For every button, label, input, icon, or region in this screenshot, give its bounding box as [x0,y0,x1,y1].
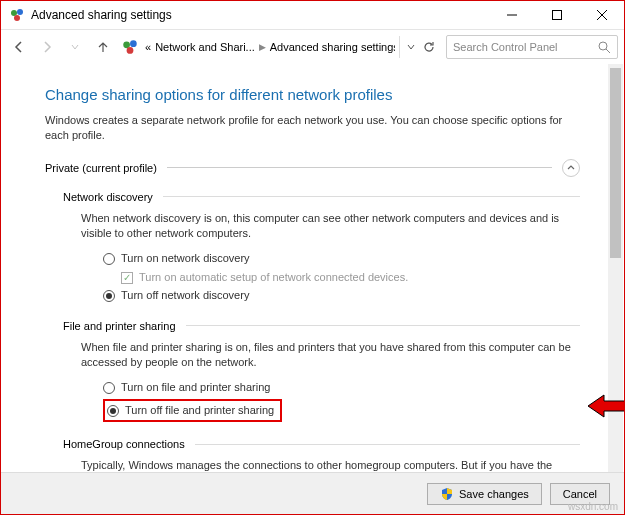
radio-icon [103,253,115,265]
radio-turn-on-network-discovery[interactable]: Turn on network discovery [103,251,580,266]
search-input[interactable]: Search Control Panel [446,35,618,59]
titlebar: Advanced sharing settings [1,1,624,30]
save-changes-button[interactable]: Save changes [427,483,542,505]
window-title: Advanced sharing settings [31,8,489,22]
cancel-button[interactable]: Cancel [550,483,610,505]
collapse-icon[interactable] [562,159,580,177]
svg-point-2 [14,15,20,21]
svg-point-10 [599,42,607,50]
close-button[interactable] [579,1,624,30]
search-placeholder: Search Control Panel [453,41,598,53]
page-heading: Change sharing options for different net… [45,86,580,103]
section-title-homegroup: HomeGroup connections [63,438,185,450]
highlight-box: Turn off file and printer sharing [103,399,282,422]
forward-button[interactable] [35,35,59,59]
recent-dropdown-icon[interactable] [63,35,87,59]
arrow-callout-icon [588,393,624,423]
shield-icon [440,487,454,501]
page-description: Windows creates a separate network profi… [45,113,580,143]
footer: Save changes Cancel [1,472,624,514]
profile-private-header[interactable]: Private (current profile) [45,159,580,177]
file-printer-description: When file and printer sharing is on, fil… [81,340,580,371]
divider [167,167,552,168]
section-file-printer-sharing: File and printer sharing When file and p… [63,320,580,423]
section-title-file-printer: File and printer sharing [63,320,176,332]
breadcrumb-advanced[interactable]: Advanced sharing settings [270,41,395,53]
app-icon [9,7,25,23]
breadcrumb[interactable]: « Network and Shari... ▶ Advanced sharin… [145,41,395,53]
section-homegroup: HomeGroup connections Typically, Windows… [63,438,580,473]
up-button[interactable] [91,35,115,59]
svg-point-1 [17,9,23,15]
profile-private-label: Private (current profile) [45,162,157,174]
svg-marker-12 [588,395,624,417]
search-icon [598,41,611,54]
svg-point-8 [130,40,137,47]
network-discovery-description: When network discovery is on, this compu… [81,211,580,242]
breadcrumb-network[interactable]: Network and Shari... [155,41,255,53]
section-network-discovery: Network discovery When network discovery… [63,191,580,304]
radio-turn-off-file-printer-sharing[interactable]: Turn off file and printer sharing [103,399,580,422]
checkbox-icon: ✓ [121,272,133,284]
scrollbar-thumb[interactable] [610,68,621,258]
svg-point-7 [123,41,130,48]
divider [163,196,580,197]
refresh-icon[interactable] [422,40,436,54]
minimize-button[interactable] [489,1,534,30]
navbar: « Network and Shari... ▶ Advanced sharin… [1,30,624,64]
radio-turn-on-file-printer-sharing[interactable]: Turn on file and printer sharing [103,380,580,395]
chevron-right-icon: ▶ [259,42,266,52]
radio-icon [103,382,115,394]
location-icon [121,38,139,56]
radio-icon [107,405,119,417]
maximize-button[interactable] [534,1,579,30]
radio-turn-off-network-discovery[interactable]: Turn off network discovery [103,288,580,303]
breadcrumb-dropdown-icon[interactable] [406,42,416,52]
svg-line-11 [606,49,610,53]
checkbox-auto-setup-devices: ✓ Turn on automatic setup of network con… [121,270,580,285]
svg-rect-4 [552,11,561,20]
breadcrumb-prefix[interactable]: « [145,41,151,53]
back-button[interactable] [7,35,31,59]
homegroup-description: Typically, Windows manages the connectio… [81,458,580,473]
divider [195,444,580,445]
svg-point-0 [11,10,17,16]
section-title-network-discovery: Network discovery [63,191,153,203]
divider [186,325,580,326]
svg-point-9 [127,47,134,54]
radio-icon [103,290,115,302]
content-area: Change sharing options for different net… [1,64,624,473]
